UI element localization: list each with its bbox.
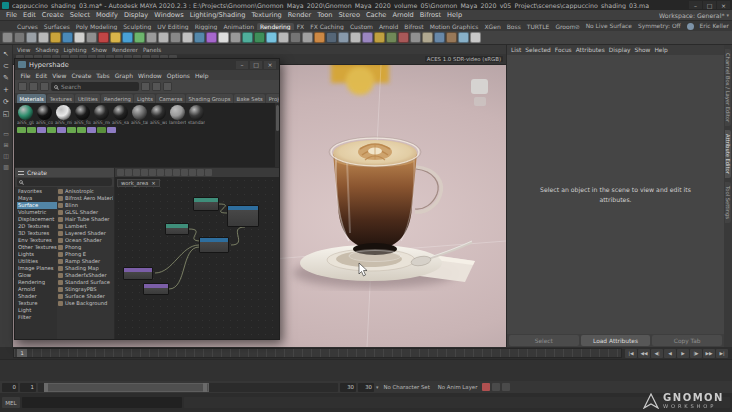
shader-node-5[interactable] <box>143 283 169 295</box>
menu-item-7[interactable]: Lighting/Shading <box>187 11 249 19</box>
chevron-down-icon[interactable]: ▾ <box>376 384 379 390</box>
shelf-icon-39[interactable] <box>470 32 481 43</box>
create-category-5[interactable]: 2D Textures <box>17 223 57 230</box>
range-slider-inner[interactable] <box>44 383 209 392</box>
viewport-menu-3[interactable]: Show <box>92 47 107 53</box>
material-swatch-8[interactable]: lambert1 <box>169 105 186 125</box>
live-surface-status[interactable]: No Live Surface <box>586 23 632 29</box>
shelf-icon-25[interactable] <box>302 32 313 43</box>
hypershade-close-button[interactable]: × <box>264 61 276 69</box>
shelf-tab-14[interactable]: XGen <box>481 23 503 30</box>
hypershade-menu-8[interactable]: Help <box>192 72 211 79</box>
filter-icon[interactable] <box>40 82 49 91</box>
create-category-7[interactable]: Env Textures <box>17 237 57 244</box>
create-category-14[interactable]: Arnold <box>17 286 57 293</box>
pin-icon[interactable] <box>141 82 150 91</box>
work-toolbar-icon-7[interactable] <box>173 169 180 176</box>
sort-icon[interactable] <box>29 82 38 91</box>
hypershade-tab-6[interactable]: Shading Groups <box>186 94 233 103</box>
create-category-11[interactable]: Image Planes <box>17 265 57 272</box>
shelf-tab-13[interactable]: Motion Graphics <box>427 23 482 30</box>
select-tool-icon[interactable]: ↖ <box>1 48 12 59</box>
create-category-18[interactable]: Filter <box>17 314 57 321</box>
bin-chip-9[interactable] <box>107 127 116 133</box>
user-avatar[interactable] <box>687 23 694 30</box>
shelf-tab-15[interactable]: Boss <box>504 23 524 30</box>
layout-four-pane-icon[interactable]: ⊞ <box>1 139 12 149</box>
create-category-10[interactable]: Utilities <box>17 258 57 265</box>
shelf-icon-35[interactable] <box>422 32 433 43</box>
shelf-icon-18[interactable] <box>218 32 229 43</box>
shelf-tab-4[interactable]: UV Editing <box>154 23 191 30</box>
shelf-icon-23[interactable] <box>278 32 289 43</box>
shader-node-0[interactable] <box>193 197 219 211</box>
options-icon[interactable] <box>163 82 172 91</box>
shelf-icon-3[interactable] <box>38 32 49 43</box>
sidebar-tab-2[interactable]: Tool Settings <box>725 182 731 223</box>
create-category-2[interactable]: Surface <box>17 202 57 209</box>
hamburger-icon[interactable] <box>18 171 24 175</box>
shelf-icon-2[interactable] <box>26 32 37 43</box>
range-slider[interactable] <box>38 383 338 392</box>
step-forward-key-button[interactable]: |▶ <box>690 349 702 358</box>
shelf-icon-6[interactable] <box>74 32 85 43</box>
hypershade-tab-4[interactable]: Lights <box>134 94 155 103</box>
work-toolbar-icon-8[interactable] <box>181 169 188 176</box>
shelf-icon-34[interactable] <box>410 32 421 43</box>
attribute-editor-menu-0[interactable]: List <box>511 47 521 53</box>
menu-item-12[interactable]: Cache <box>363 11 390 19</box>
create-category-1[interactable]: Maya <box>17 195 57 202</box>
create-node-icon[interactable] <box>18 82 27 91</box>
create-category-17[interactable]: Light <box>17 307 57 314</box>
command-input[interactable] <box>22 397 182 408</box>
sidebar-tab-0[interactable]: Channel Box / Layer Editor <box>725 49 731 126</box>
shelf-icon-12[interactable] <box>146 32 157 43</box>
layout-split-pane-icon[interactable]: ◫ <box>1 150 12 160</box>
symmetry-status[interactable]: Symmetry: Off <box>638 23 681 29</box>
create-node-item-2[interactable]: Blinn <box>58 202 113 209</box>
create-node-item-7[interactable]: Ocean Shader <box>58 237 113 244</box>
work-area-tab[interactable]: work_area × <box>117 179 160 187</box>
shelf-tab-2[interactable]: Poly Modeling <box>73 23 121 30</box>
hypershade-menu-0[interactable]: File <box>18 72 33 79</box>
create-category-8[interactable]: Other Textures <box>17 244 57 251</box>
range-end-handle[interactable] <box>203 383 207 392</box>
paint-select-tool-icon[interactable]: ✎ <box>1 72 12 83</box>
hypershade-tab-7[interactable]: Bake Sets <box>234 94 265 103</box>
attribute-editor-menu-6[interactable]: Help <box>654 47 667 53</box>
hypershade-minimize-button[interactable]: – <box>236 61 248 69</box>
bin-chip-3[interactable] <box>47 127 56 133</box>
create-node-item-11[interactable]: Shading Map <box>58 265 113 272</box>
playback-options-icon[interactable] <box>502 383 510 391</box>
create-category-0[interactable]: Favorites <box>17 188 57 195</box>
load-attributes-button[interactable]: Load Attributes <box>581 335 651 346</box>
shelf-icon-1[interactable] <box>14 32 25 43</box>
close-button[interactable]: × <box>717 1 730 9</box>
work-toolbar-icon-1[interactable] <box>125 169 132 176</box>
shelf-tab-3[interactable]: Sculpting <box>120 23 154 30</box>
material-swatch-2[interactable]: aiSS_milk <box>55 105 72 125</box>
work-toolbar-icon-5[interactable] <box>157 169 164 176</box>
play-forward-button[interactable]: ▶ <box>677 349 689 358</box>
menu-item-2[interactable]: Create <box>39 11 67 19</box>
shelf-icon-10[interactable] <box>122 32 133 43</box>
shelf-icon-28[interactable] <box>338 32 349 43</box>
work-toolbar-icon-2[interactable] <box>133 169 140 176</box>
shelf-tab-0[interactable]: Curves <box>14 23 41 30</box>
hypershade-tab-8[interactable]: Projects <box>266 94 279 103</box>
shelf-icon-27[interactable] <box>326 32 337 43</box>
browser-scrollbar[interactable] <box>275 103 279 167</box>
shelf-tab-5[interactable]: Rigging <box>192 23 221 30</box>
create-category-9[interactable]: Lights <box>17 251 57 258</box>
scale-tool-icon[interactable]: ◱ <box>1 108 12 119</box>
hypershade-menu-7[interactable]: Options <box>164 72 192 79</box>
create-category-12[interactable]: Glow <box>17 272 57 279</box>
material-swatch-5[interactable]: aiSS_saucer <box>112 105 129 125</box>
layout-single-pane-icon[interactable]: ▭ <box>1 128 12 138</box>
rotate-tool-icon[interactable]: ⟳ <box>1 96 12 107</box>
attribute-editor-menu-5[interactable]: Show <box>635 47 651 53</box>
bin-chip-6[interactable] <box>77 127 86 133</box>
select-button[interactable]: Select <box>509 335 579 346</box>
shelf-icon-13[interactable] <box>158 32 169 43</box>
shader-node-4[interactable] <box>123 267 153 280</box>
